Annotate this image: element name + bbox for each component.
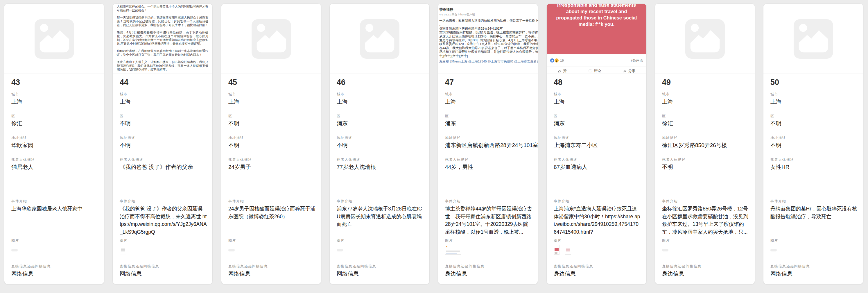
field-label-city: 城市 [662,92,670,97]
field-value-deceased: 独居老人 [11,164,33,171]
record-card[interactable]: irresponsible and false statements about… [547,3,647,284]
field-label-event: 事件介绍 [662,199,678,204]
article-paragraph: 医院方也出于人道主义，让妈妈下楼来，但不能穿过隔离线，我们只能“隔线”相望。我们… [117,60,208,71]
document-thumbnail[interactable] [120,245,126,255]
record-number: 47 [445,78,454,87]
record-card[interactable]: 茶香禅静 4-2 02:31 来自 iPhone客户端 一名志愿者，昨日我投入路… [438,3,538,284]
weibo-text-line: 恳求相关部门能帮忙处理好后续问题，并做好两位老人的心理疏导，给予 [439,50,538,54]
field-label-address: 地址描述 [120,136,135,140]
action-bar: 赞 评论 分享 [547,66,646,74]
article-paragraph: 那一天我觉得我们是幸运的，我还在朋友圈里感谢人民群众！感谢友爱！当时我的小区已被… [117,16,208,27]
field-label-event: 事件介绍 [445,199,461,204]
article-paragraph: 果然，4月3日被告知爸爸不得不进行高位截肢，由于下肢动脉硬化，势必截肢很大。作为… [117,31,208,46]
record-number: 49 [662,78,671,87]
field-value-city: 上海 [554,98,565,106]
weibo-timestamp: 4-2 02:31 来自 iPhone客户端 [439,13,538,17]
record-card[interactable]: 45 城市 上海 区 不明 地址描述 不明 死者大体描述 24岁男子 事件介绍 … [221,3,321,284]
field-label-deceased: 死者大体描述 [120,157,144,162]
weibo-text-line: 十][合十][合十][合十] [439,54,538,58]
field-label-direct: 直接信息还是间接信息 [120,264,159,269]
card-cover [221,4,321,74]
field-value-direct: 网络信息 [11,270,33,277]
field-value-district: 浦东 [554,120,565,127]
field-value-address: 不明 [228,142,239,149]
field-label-address: 地址描述 [770,136,786,140]
weibo-body: 一名志愿者，昨日我投入路浦西核酸检测的队伍，但是累了一天后晚上接。哥家住浦东新区… [439,19,538,58]
field-value-city: 上海 [662,98,673,106]
field-label-direct: 直接信息还是间接信息 [337,264,376,269]
field-value-address: 徐汇区罗秀路850弄26号楼 [662,142,727,149]
field-label-city: 城市 [337,92,344,97]
reaction-row: 19 7条评论 [547,54,646,66]
field-label-deceased: 死者大体描述 [11,157,35,162]
like-button: 赞 [558,68,566,74]
image-thumbnails [337,245,343,256]
field-value-address: 浦东新区唐镇创新西路28弄24号101室 [445,142,538,149]
red-image-thumbnail[interactable] [554,245,559,255]
field-value-event: 坐标徐汇区罗秀路850弄26号楼，12号在小区群里求救需要硝酸甘油，没见到救护车… [662,205,749,236]
field-value-direct: 网络信息 [120,270,142,277]
field-label-deceased: 死者大体描述 [554,157,578,162]
field-label-deceased: 死者大体描述 [662,157,686,162]
field-label-event: 事件介绍 [337,199,352,204]
card-cover: 茶香禅静 4-2 02:31 来自 iPhone客户端 一名志愿者，昨日我投入路… [438,4,538,74]
image-thumbnails [554,245,571,256]
field-label-district: 区 [120,114,124,119]
field-label-image: 图片 [228,238,236,243]
field-value-district: 不明 [770,120,781,127]
wow-emoji-icon [555,58,559,62]
record-number: 45 [228,78,237,87]
field-label-image: 图片 [11,238,19,243]
share-button: 分享 [623,68,635,74]
red-text-thumbnail[interactable] [565,245,571,255]
field-label-address: 地址描述 [445,136,461,140]
card-cover: irresponsible and false statements about… [547,4,646,74]
record-card[interactable]: 50 城市 上海 区 不明 地址描述 不明 死者大体描述 女性HR 事件介绍 丹… [763,3,863,284]
weibo-screenshot: 茶香禅静 4-2 02:31 来自 iPhone客户端 一名志愿者，昨日我投入路… [438,4,538,64]
field-value-district: 浦东 [337,120,348,127]
weibo-thumbnail[interactable] [445,245,461,255]
like-emoji-icon [550,58,554,62]
field-label-district: 区 [228,114,232,119]
field-label-image: 图片 [554,238,561,243]
field-value-deceased: 44岁，男性 [445,164,473,171]
record-card[interactable]: 43 城市 上海 区 徐汇 地址描述 华欣家园 死者大体描述 独居老人 事件介绍… [4,3,104,284]
weibo-text-line: 一名志愿者，昨日我投入路浦西核酸检测的队伍，但是累了一天后晚上接 [439,19,538,23]
comment-button: 评论 [589,68,601,74]
field-value-event: 上海浦东*血透病人延误治疗致死且遗体滞留家中约30小时！https://shar… [554,205,641,236]
record-card[interactable]: 人都没有这样的机会。一个病人需要几十个人的同时帮助和关怀才有可能获得一丝的机会！… [113,3,213,284]
field-label-deceased: 死者大体描述 [228,157,252,162]
image-thumbnails [120,245,126,256]
field-value-address: 不明 [120,142,131,149]
field-label-direct: 直接信息还是间接信息 [445,264,485,269]
field-value-deceased: 《我的爸爸 没了》作者的父亲 [120,164,193,171]
record-number: 43 [11,78,20,87]
image-thumbnails [11,245,18,256]
field-label-image: 图片 [770,238,778,243]
image-thumbnails [770,245,777,256]
weibo-text-line: 哥家住浦东新区唐镇创新西路28弄24号101室 [439,27,538,31]
record-card[interactable]: 46 城市 上海 区 浦东 地址描述 不明 死者大体描述 77岁老人沈瑞根 事件… [330,3,430,284]
field-value-city: 上海 [228,98,239,106]
card-cover [4,4,104,74]
image-placeholder-icon [35,19,74,59]
field-label-city: 城市 [120,92,127,97]
image-thumbnails [662,245,669,256]
field-value-district: 徐汇 [662,120,673,127]
field-label-address: 地址描述 [228,136,244,140]
image-placeholder-icon [794,19,833,59]
field-label-image: 图片 [445,238,453,243]
field-label-address: 地址描述 [11,136,27,140]
field-value-direct: 身边信息 [445,270,467,277]
field-label-city: 城市 [11,92,19,97]
empty-image-pill [11,249,18,252]
empty-image-pill [770,249,777,252]
field-value-address: 不明 [337,142,348,149]
field-label-event: 事件介绍 [11,199,27,204]
red-statement-block: irresponsible and false statements about… [547,4,646,54]
field-label-district: 区 [11,114,16,119]
record-card[interactable]: 49 城市 上海 区 徐汇 地址描述 徐汇区罗秀路850弄26号楼 死者大体描述… [655,3,755,284]
field-value-address: 华欣家园 [11,142,33,149]
article-paragraph: 人都没有这样的机会。一个病人需要几十个人的同时帮助和关怀才有可能获得一丝的机会！ [117,5,208,12]
field-value-address: 不明 [770,142,781,149]
